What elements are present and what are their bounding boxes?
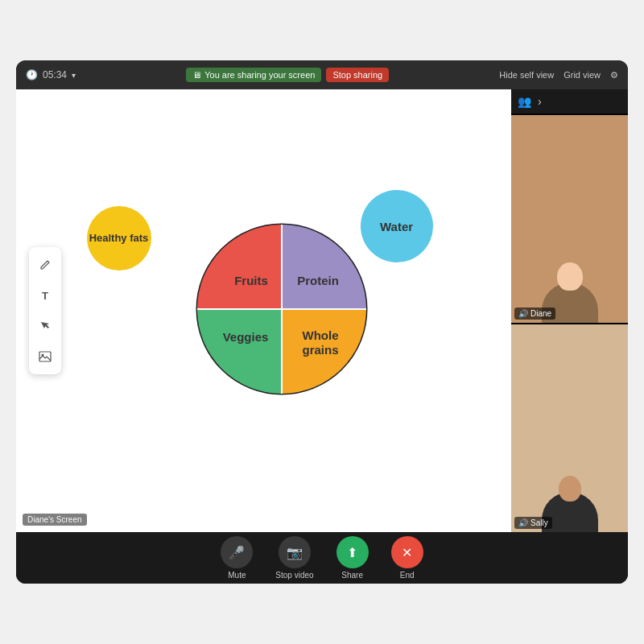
participants-bar: 👥 › (511, 89, 628, 114)
pen-tool-button[interactable] (34, 254, 56, 276)
svg-text:Veggies: Veggies (222, 330, 268, 344)
whiteboard-canvas: Healthy fats Water (55, 142, 473, 480)
sally-name-badge: 🔊 Sally (514, 517, 552, 529)
text-tool-button[interactable]: T (34, 284, 56, 307)
svg-text:grains: grains (302, 343, 338, 357)
screen-label: Diane's Screen (23, 514, 87, 526)
diane-video-feed (511, 115, 628, 323)
select-tool-button[interactable] (34, 315, 56, 337)
sally-video-feed (511, 324, 628, 532)
svg-rect-0 (39, 352, 51, 361)
time-display: 05:34 (43, 69, 67, 80)
svg-text:Protein: Protein (297, 274, 339, 287)
top-bar: 🕐 05:34 ▾ 🖥 You are sharing your screen … (16, 60, 628, 89)
bottom-control-bar: 🎤 Mute 📷 Stop video ⬆ Share ✕ End (16, 532, 628, 584)
food-pie-chart: Fruits Protein Veggies Whole grains (193, 221, 370, 401)
mic-icon: 🔊 (518, 309, 528, 318)
mic-icon: 🔊 (518, 518, 528, 527)
chevron-down-icon: ▾ (72, 71, 76, 80)
participants-icon: 👥 (518, 95, 531, 108)
mute-button[interactable]: 🎤 Mute (221, 536, 253, 580)
water-bubble: Water (361, 190, 433, 262)
sharing-badge: 🖥 You are sharing your screen (186, 68, 321, 82)
svg-text:Whole: Whole (302, 328, 338, 342)
diane-name-badge: 🔊 Diane (514, 308, 555, 320)
video-call-window: 🕐 05:34 ▾ 🖥 You are sharing your screen … (16, 60, 628, 584)
share-button[interactable]: ⬆ Share (336, 536, 369, 580)
hide-self-view-button[interactable]: Hide self view (499, 70, 554, 80)
top-bar-center: 🖥 You are sharing your screen Stop shari… (186, 68, 389, 82)
svg-text:Fruits: Fruits (234, 274, 268, 287)
share-icon: ⬆ (336, 536, 369, 568)
end-call-button[interactable]: ✕ End (391, 536, 423, 580)
main-content: T Health (16, 89, 628, 532)
image-tool-button[interactable] (34, 345, 56, 368)
stop-sharing-button[interactable]: Stop sharing (326, 68, 389, 82)
screen-icon: 🖥 (192, 70, 201, 80)
screen-share-area: T Health (16, 89, 511, 532)
video-tile-diane: 🔊 Diane (511, 115, 628, 323)
healthy-fats-bubble: Healthy fats (87, 206, 151, 270)
grid-view-button[interactable]: Grid view (564, 70, 601, 80)
top-bar-left: 🕐 05:34 ▾ (26, 69, 76, 80)
video-tile-sally: 🔊 Sally (511, 324, 628, 532)
clock-icon: 🕐 (26, 69, 38, 80)
whiteboard-toolbar: T (29, 247, 61, 374)
end-call-icon: ✕ (391, 536, 423, 568)
camera-icon: 📷 (279, 536, 311, 568)
participants-expand-button[interactable]: › (538, 95, 542, 108)
mute-icon: 🎤 (221, 536, 253, 568)
settings-icon[interactable]: ⚙ (610, 70, 618, 80)
top-bar-right: Hide self view Grid view ⚙ (499, 70, 618, 80)
video-sidebar: 👥 › 🔊 Diane 🔊 Sally (511, 89, 628, 532)
stop-video-button[interactable]: 📷 Stop video (275, 536, 313, 580)
